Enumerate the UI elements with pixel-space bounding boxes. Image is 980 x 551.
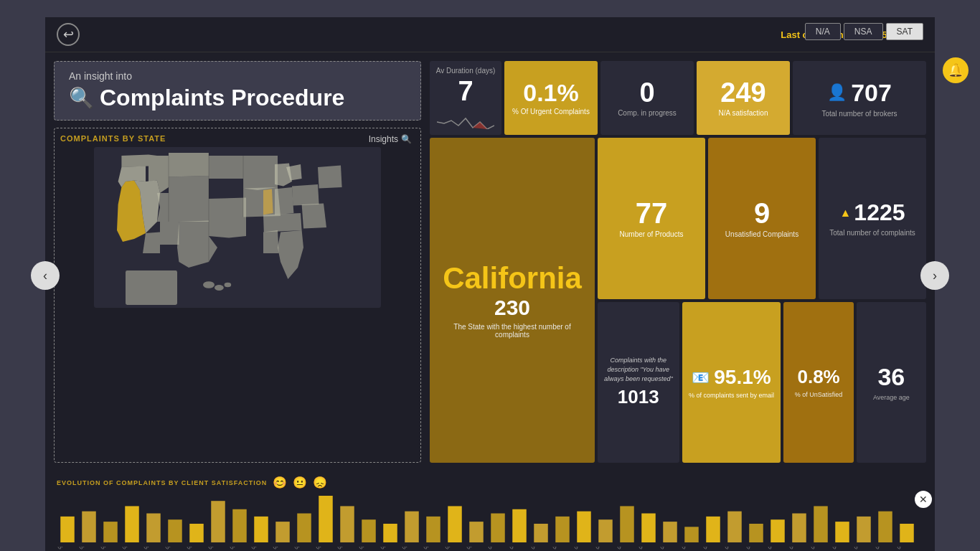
svg-rect-28: [126, 270, 177, 305]
svg-rect-47: [297, 514, 311, 542]
svg-marker-21: [275, 187, 293, 215]
svg-rect-61: [598, 519, 613, 542]
filter-na-button[interactable]: N/A: [805, 23, 841, 40]
svg-rect-64: [663, 522, 677, 542]
na-satisfaction-label: N/A satisfaction: [719, 109, 768, 117]
svg-rect-49: [340, 506, 354, 542]
svg-point-30: [215, 285, 224, 291]
email-icon: 📧: [692, 369, 710, 386]
num-products-card: 77 Number of Products: [598, 138, 705, 299]
urgent-label: % Of Urgent Complaints: [512, 108, 590, 116]
svg-rect-38: [103, 522, 118, 542]
back-button[interactable]: ↩: [57, 23, 80, 46]
svg-marker-6: [169, 153, 209, 177]
svg-rect-56: [491, 514, 505, 542]
search-icon: 🔍: [69, 86, 94, 110]
svg-rect-74: [878, 512, 892, 542]
avg-age-card: 36 Average age: [857, 302, 926, 463]
total-complaints-label: Total number of complaints: [829, 229, 915, 237]
svg-rect-72: [835, 522, 849, 542]
filter-sat-button[interactable]: SAT: [886, 23, 923, 40]
smiley-sad: 😞: [313, 476, 327, 489]
total-brokers-card: 👤 707 Total number of brokers: [793, 61, 926, 135]
num-products-value: 77: [636, 199, 668, 227]
complaints-by-state-section: COMPLAINTS BY STATE Insights 🔍: [54, 128, 421, 463]
av-duration-card: Av Duration (days) 7: [430, 61, 501, 135]
smiley-happy: 😊: [273, 476, 287, 489]
svg-rect-36: [60, 517, 75, 542]
insight-subtitle: An insight into: [69, 70, 406, 82]
svg-rect-69: [771, 519, 785, 542]
svg-rect-51: [383, 524, 397, 542]
us-map[interactable]: [60, 147, 415, 319]
email-pct-label: % of complaints sent by email: [689, 392, 774, 399]
svg-marker-26: [318, 166, 342, 189]
svg-rect-70: [792, 514, 806, 542]
svg-marker-7: [169, 176, 209, 199]
svg-rect-67: [727, 512, 742, 542]
svg-rect-66: [706, 517, 720, 542]
svg-rect-55: [469, 522, 484, 542]
svg-marker-25: [302, 203, 326, 228]
svg-rect-65: [684, 527, 699, 542]
svg-rect-44: [232, 509, 247, 542]
unsatisfied-pct-card: 0.8% % of UnSatisfied: [783, 302, 853, 463]
urgent-pct-value: 0.1%: [523, 80, 579, 105]
urgent-pct-card: 0.1% % Of Urgent Complaints: [504, 61, 598, 135]
total-complaints-card: ▲ 1225 Total number of complaints: [819, 138, 926, 299]
complaints-desc-num: 1013: [618, 386, 659, 408]
svg-rect-50: [362, 519, 376, 542]
email-pct-card: 📧 95.1% % of complaints sent by email: [682, 302, 781, 463]
av-duration-value: 7: [458, 77, 473, 105]
svg-rect-42: [189, 524, 204, 542]
svg-marker-23: [263, 230, 279, 253]
svg-rect-62: [620, 506, 634, 542]
svg-rect-48: [319, 496, 333, 542]
svg-rect-68: [749, 524, 763, 542]
svg-marker-4: [121, 154, 149, 167]
svg-rect-43: [211, 501, 225, 542]
next-nav-arrow[interactable]: ›: [920, 261, 949, 290]
close-button[interactable]: ✕: [915, 491, 932, 508]
prev-nav-arrow[interactable]: ‹: [31, 261, 60, 290]
svg-point-31: [225, 283, 232, 287]
evolution-label: EVOLUTION OF COMPLAINTS BY CLIENT SATISF…: [57, 479, 267, 486]
svg-rect-39: [125, 506, 139, 542]
av-duration-label: Av Duration (days): [436, 67, 496, 75]
smiley-neutral: 😐: [293, 476, 307, 489]
complaints-desc-card: Complaints with the description "You hav…: [598, 302, 679, 463]
na-satisfaction-card: 249 N/A satisfaction: [697, 61, 790, 135]
svg-rect-73: [857, 517, 871, 542]
unsatisfied-pct-label: % of UnSatisfied: [795, 391, 843, 398]
california-num: 230: [494, 296, 530, 320]
comp-in-progress-label: Comp. in progress: [618, 109, 677, 117]
insights-button[interactable]: Insights 🔍: [369, 134, 412, 144]
svg-rect-63: [641, 514, 656, 542]
back-icon: ↩: [63, 27, 74, 42]
us-map-svg: [60, 147, 415, 319]
california-card: California 230 The State with the highes…: [430, 138, 595, 463]
notification-bell[interactable]: 🔔: [943, 57, 969, 83]
svg-marker-8: [169, 199, 209, 222]
title-box: An insight into 🔍 Complaints Procedure: [54, 61, 421, 121]
svg-marker-20: [263, 189, 273, 215]
unsatisfied-card: 9 Unsatisfied Complaints: [708, 138, 816, 299]
total-complaints-value: 1225: [854, 199, 905, 226]
svg-rect-58: [534, 524, 548, 542]
total-brokers-label: Total number of brokers: [821, 110, 897, 118]
unsatisfied-value: 9: [754, 199, 770, 227]
filter-nsa-button[interactable]: NSA: [844, 23, 883, 40]
svg-marker-16: [243, 156, 278, 190]
svg-rect-75: [900, 524, 914, 542]
sparkline: [437, 108, 494, 129]
svg-rect-37: [82, 512, 96, 542]
comp-in-progress-value: 0: [639, 79, 654, 106]
avg-age-value: 36: [877, 363, 905, 391]
modal-header: ↩ Last complaint date : 05/23/2019: [45, 17, 935, 52]
svg-rect-71: [814, 506, 828, 542]
svg-rect-46: [275, 522, 290, 542]
svg-rect-53: [426, 517, 440, 542]
unsatisfied-label: Unsatisfied Complaints: [725, 230, 798, 238]
bar-chart-svg: [57, 492, 923, 542]
california-desc: The State with the highest number of com…: [438, 323, 586, 339]
